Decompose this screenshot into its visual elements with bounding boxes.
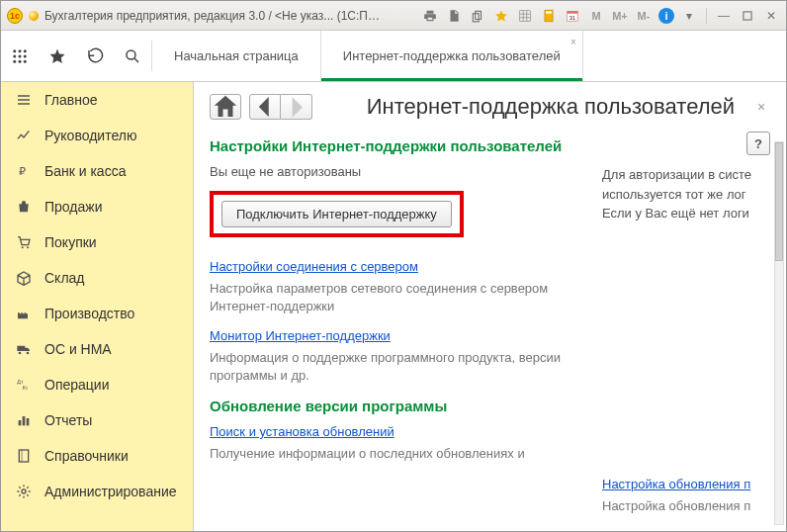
cart-icon bbox=[15, 233, 33, 251]
mem-mplus[interactable]: M+ bbox=[611, 7, 629, 25]
apps-icon[interactable] bbox=[1, 31, 39, 81]
sidebar-item-manager[interactable]: Руководителю bbox=[1, 118, 193, 153]
window-title: Бухгалтерия предприятия, редакция 3.0 / … bbox=[44, 9, 381, 23]
print-icon[interactable] bbox=[421, 7, 439, 25]
star-icon[interactable] bbox=[492, 7, 510, 25]
scrollbar-thumb[interactable] bbox=[775, 142, 783, 261]
svg-rect-6 bbox=[743, 11, 751, 19]
update-search-link[interactable]: Поиск и установка обновлений bbox=[210, 424, 394, 439]
chart-icon bbox=[15, 127, 33, 144]
mem-m[interactable]: M bbox=[587, 7, 605, 25]
page-close-button[interactable]: × bbox=[752, 99, 770, 115]
maximize-button[interactable] bbox=[739, 7, 756, 25]
not-authorized-text: Вы еще не авторизованы bbox=[210, 164, 563, 179]
sidebar-item-assets[interactable]: ОС и НМА bbox=[1, 331, 193, 367]
sidebar-item-main[interactable]: Главное bbox=[1, 82, 193, 118]
sidebar-item-warehouse[interactable]: Склад bbox=[1, 260, 193, 296]
gear-icon bbox=[15, 483, 33, 500]
sidebar-item-production[interactable]: Производство bbox=[1, 296, 193, 331]
sidebar-item-bank[interactable]: ₽Банк и касса bbox=[1, 153, 193, 189]
back-button[interactable] bbox=[249, 94, 281, 120]
sidebar-label: Банк и касса bbox=[44, 163, 126, 179]
page-title: Интернет-поддержка пользователей bbox=[367, 94, 735, 120]
ruble-icon: ₽ bbox=[15, 162, 33, 180]
app-icon: 1c bbox=[7, 8, 23, 24]
sidebar-label: Склад bbox=[44, 270, 85, 286]
factory-icon bbox=[15, 305, 33, 322]
main-area: Интернет-поддержка пользователей × Настр… bbox=[194, 82, 786, 531]
bag-icon bbox=[15, 198, 33, 216]
sidebar-label: Отчеты bbox=[44, 412, 92, 428]
doc-icon[interactable] bbox=[445, 7, 463, 25]
sidebar-item-sales[interactable]: Продажи bbox=[1, 189, 193, 224]
info-icon[interactable]: i bbox=[658, 8, 674, 24]
svg-rect-27 bbox=[19, 450, 28, 462]
mem-mminus[interactable]: M- bbox=[635, 7, 653, 25]
connect-button[interactable]: Подключить Интернет-поддержку bbox=[221, 201, 452, 227]
copy-icon[interactable] bbox=[469, 7, 486, 25]
svg-point-20 bbox=[19, 352, 22, 355]
svg-text:₽: ₽ bbox=[19, 165, 26, 177]
search-icon[interactable] bbox=[114, 31, 151, 81]
update-settings-desc: Настройка обновления п bbox=[602, 497, 770, 515]
sidebar-item-purchases[interactable]: Покупки bbox=[1, 224, 193, 260]
svg-point-8 bbox=[19, 49, 22, 52]
svg-point-11 bbox=[19, 54, 22, 57]
truck-icon bbox=[15, 340, 33, 358]
page-toolbar: Интернет-поддержка пользователей × bbox=[194, 82, 786, 124]
sidebar-label: Руководителю bbox=[44, 128, 136, 143]
book-icon bbox=[15, 447, 33, 465]
sidebar: Главное Руководителю ₽Банк и касса Прода… bbox=[1, 82, 194, 531]
svg-text:Кт: Кт bbox=[23, 385, 29, 391]
sidebar-label: ОС и НМА bbox=[44, 341, 112, 357]
sidebar-label: Главное bbox=[44, 92, 98, 108]
history-icon[interactable] bbox=[76, 31, 114, 81]
svg-point-14 bbox=[19, 59, 22, 62]
sidebar-label: Администрирование bbox=[44, 484, 177, 499]
favorites-icon[interactable] bbox=[39, 31, 76, 81]
monitor-desc: Информация о поддержке программного прод… bbox=[210, 349, 563, 384]
grid-icon[interactable] bbox=[516, 7, 534, 25]
top-tabstrip: Начальная страница Интернет-поддержка по… bbox=[1, 31, 786, 82]
scrollbar[interactable] bbox=[774, 141, 784, 525]
svg-rect-2 bbox=[546, 11, 552, 13]
section-update-heading: Обновление версии программы bbox=[210, 398, 563, 414]
calendar-icon[interactable]: 31 bbox=[564, 7, 581, 25]
tab-home[interactable]: Начальная страница bbox=[152, 31, 321, 81]
section-settings-heading: Настройки Интернет-поддержки пользовател… bbox=[210, 137, 563, 154]
svg-rect-24 bbox=[19, 420, 22, 425]
sidebar-item-directories[interactable]: Справочники bbox=[1, 438, 193, 474]
sidebar-item-admin[interactable]: Администрирование bbox=[1, 474, 193, 509]
svg-rect-4 bbox=[568, 11, 578, 13]
state-icon bbox=[29, 11, 39, 21]
home-button[interactable] bbox=[210, 94, 241, 120]
svg-point-21 bbox=[27, 352, 30, 355]
update-settings-link[interactable]: Настройка обновления п bbox=[602, 477, 750, 491]
svg-point-16 bbox=[127, 50, 135, 59]
sidebar-label: Производство bbox=[44, 306, 134, 321]
tab-close-icon[interactable]: × bbox=[570, 37, 576, 47]
sidebar-item-reports[interactable]: Отчеты bbox=[1, 402, 193, 438]
connection-settings-link[interactable]: Настройки соединения с сервером bbox=[210, 259, 418, 274]
calc-icon[interactable] bbox=[540, 7, 558, 25]
body: Главное Руководителю ₽Банк и касса Прода… bbox=[1, 82, 786, 531]
sidebar-item-operations[interactable]: ДтКтОперации bbox=[1, 367, 193, 402]
bars-icon bbox=[15, 411, 33, 429]
connect-highlight: Подключить Интернет-поддержку bbox=[210, 191, 464, 237]
update-desc: Получение информации о последних обновле… bbox=[210, 445, 563, 463]
tab-support[interactable]: Интернет-поддержка пользователей× bbox=[321, 31, 583, 81]
sidebar-label: Операции bbox=[44, 377, 110, 393]
minimize-button[interactable]: — bbox=[715, 7, 733, 25]
box-icon bbox=[15, 269, 33, 287]
dropdown-icon[interactable]: ▾ bbox=[680, 7, 698, 25]
svg-point-13 bbox=[13, 59, 16, 62]
ops-icon: ДтКт bbox=[15, 376, 33, 394]
svg-point-12 bbox=[24, 54, 27, 57]
svg-text:Дт: Дт bbox=[17, 379, 24, 385]
forward-button[interactable] bbox=[281, 94, 312, 120]
close-button[interactable]: ✕ bbox=[762, 7, 780, 25]
help-button[interactable]: ? bbox=[746, 132, 770, 155]
svg-point-7 bbox=[13, 49, 16, 52]
monitor-link[interactable]: Монитор Интернет-поддержки bbox=[210, 328, 391, 343]
svg-point-19 bbox=[27, 246, 29, 248]
